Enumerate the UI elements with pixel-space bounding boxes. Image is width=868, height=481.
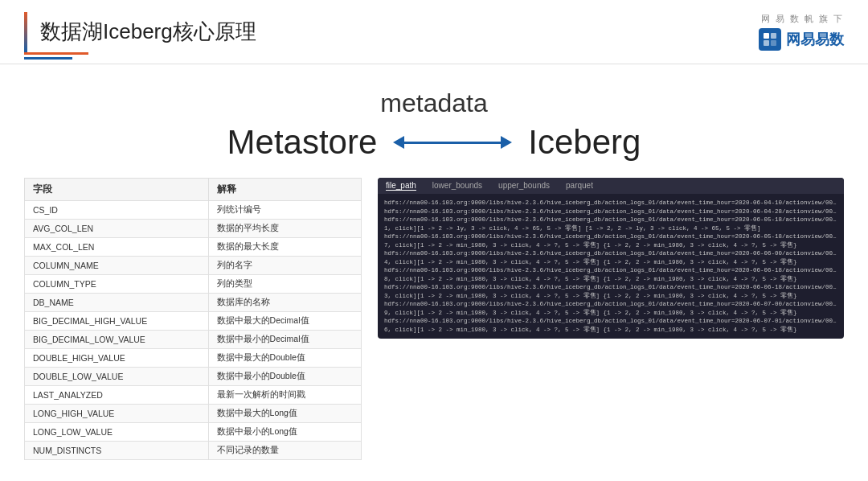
brand-text: 网 易 数 帆 旗 下 (761, 13, 844, 25)
svg-rect-1 (771, 33, 776, 39)
code-line: hdfs://nna00-16.103.org:9000/libs/hive-2… (384, 199, 837, 208)
orange-line (24, 52, 88, 55)
metadata-label: metadata (380, 88, 487, 118)
arrow-line (404, 142, 501, 144)
table-cell-desc: 最新一次解析的时间戳 (208, 386, 361, 405)
table-cell-desc: 数据中最小的Decimal值 (208, 331, 361, 349)
arrow-row: Metastore Iceberg (227, 123, 641, 162)
col-field-header: 字段 (25, 179, 209, 201)
header-decorative-lines (24, 52, 88, 60)
code-panel-header: file_path lower_bounds upper_bounds parq… (378, 178, 844, 194)
bottom-section: 字段 解释 CS_ID 列统计编号 AVG_COL_LEN 数据的平均长度 MA… (24, 178, 844, 460)
table-cell-field: LONG_LOW_VALUE (25, 423, 209, 442)
svg-rect-3 (771, 40, 776, 46)
table-cell-field: BIG_DECIMAL_LOW_VALUE (25, 331, 209, 349)
logo-text: 网易易数 (786, 30, 844, 49)
code-line: 7, click][1 -> 2 -> min_1980, 3 -> click… (384, 241, 837, 250)
table-cell-field: DOUBLE_HIGH_VALUE (25, 349, 209, 368)
code-line: 3, click][1 -> 2 -> min_1980, 3 -> click… (384, 292, 837, 301)
page-title: 数据湖Iceberg核心原理 (40, 18, 256, 46)
code-line: 8, click][1 -> 2 -> min_1980, 3 -> click… (384, 275, 837, 284)
header-accent-bar (24, 12, 27, 52)
metastore-label: Metastore (227, 123, 378, 162)
svg-rect-2 (764, 40, 769, 46)
table-row: BIG_DECIMAL_HIGH_VALUE 数据中最大的Decimal值 (25, 312, 362, 331)
table-row: COLUMN_TYPE 列的类型 (25, 275, 362, 294)
arrowhead-left-icon (393, 136, 404, 149)
table-cell-field: MAX_COL_LEN (25, 238, 209, 257)
code-line: hdfs://nna00-16.103.org:9000/libs/hive-2… (384, 266, 837, 275)
tab-upper-bounds[interactable]: upper_bounds (498, 181, 550, 191)
table-cell-desc: 列的类型 (208, 275, 361, 294)
table-cell-field: NUM_DISTINCTS (25, 442, 209, 460)
tab-lower-bounds[interactable]: lower_bounds (432, 181, 482, 191)
code-line: hdfs://nna00-16.103.org:9000/libs/hive-2… (384, 208, 837, 216)
table-cell-desc: 列统计编号 (208, 201, 361, 220)
table-row: MAX_COL_LEN 数据的最大长度 (25, 238, 362, 257)
table-row: BIG_DECIMAL_LOW_VALUE 数据中最小的Decimal值 (25, 331, 362, 349)
table-cell-desc: 数据库的名称 (208, 294, 361, 312)
logo-icon (759, 28, 781, 51)
table-cell-field: LAST_ANALYZED (25, 386, 209, 405)
code-line: 4, click][1 -> 2 -> min_1980, 3 -> click… (384, 258, 837, 267)
code-panel: file_path lower_bounds upper_bounds parq… (378, 178, 844, 339)
table-row: DOUBLE_HIGH_VALUE 数据中最大的Double值 (25, 349, 362, 368)
table-row: AVG_COL_LEN 数据的平均长度 (25, 220, 362, 238)
code-line: hdfs://nna00-16.103.org:9000/libs/hive-2… (384, 300, 837, 309)
header-right: 网 易 数 帆 旗 下 网易易数 (759, 13, 844, 51)
logo-row: 网易易数 (759, 28, 844, 51)
code-line: 9, click][1 -> 2 -> min_1980, 3 -> click… (384, 309, 837, 318)
table-cell-desc: 数据的最大长度 (208, 238, 361, 257)
arrowhead-right-icon (501, 136, 512, 149)
table-row: LONG_HIGH_VALUE 数据中最大的Long值 (25, 405, 362, 423)
table-row: DB_NAME 数据库的名称 (25, 294, 362, 312)
table-cell-desc: 数据中最大的Decimal值 (208, 312, 361, 331)
table-container: 字段 解释 CS_ID 列统计编号 AVG_COL_LEN 数据的平均长度 MA… (24, 178, 362, 460)
code-body: hdfs://nna00-16.103.org:9000/libs/hive-2… (378, 194, 844, 339)
table-cell-field: LONG_HIGH_VALUE (25, 405, 209, 423)
table-cell-field: CS_ID (25, 201, 209, 220)
table-cell-desc: 数据中最大的Long值 (208, 405, 361, 423)
blue-line (24, 57, 72, 60)
table-body: CS_ID 列统计编号 AVG_COL_LEN 数据的平均长度 MAX_COL_… (25, 201, 362, 460)
table-cell-desc: 列的名字 (208, 257, 361, 275)
logo-svg (762, 31, 778, 47)
table-cell-field: AVG_COL_LEN (25, 220, 209, 238)
header: 数据湖Iceberg核心原理 网 易 数 帆 旗 下 网易易数 (0, 0, 868, 64)
table-cell-field: DB_NAME (25, 294, 209, 312)
table-cell-desc: 不同记录的数量 (208, 442, 361, 460)
table-header-row: 字段 解释 (25, 179, 362, 201)
table-cell-field: DOUBLE_LOW_VALUE (25, 368, 209, 386)
code-line: hdfs://nna00-16.103.org:9000/libs/hive-2… (384, 216, 837, 224)
code-line: hdfs://nna00-16.103.org:9000/libs/hive-2… (384, 283, 837, 292)
header-left: 数据湖Iceberg核心原理 (24, 12, 256, 52)
metadata-section: metadata Metastore Iceberg (24, 88, 844, 162)
table-cell-field: BIG_DECIMAL_HIGH_VALUE (25, 312, 209, 331)
table-cell-desc: 数据中最小的Long值 (208, 423, 361, 442)
tab-parquet[interactable]: parquet (566, 181, 593, 191)
table-row: LAST_ANALYZED 最新一次解析的时间戳 (25, 386, 362, 405)
table-row: NUM_DISTINCTS 不同记录的数量 (25, 442, 362, 460)
tab-file-path[interactable]: file_path (386, 181, 416, 191)
table-cell-field: COLUMN_TYPE (25, 275, 209, 294)
iceberg-label: Iceberg (528, 123, 641, 162)
table-cell-desc: 数据中最小的Double值 (208, 368, 361, 386)
code-line: 1, click][1 -> 2 -> ly, 3 -> click, 4 ->… (384, 224, 837, 233)
table-cell-desc: 数据的平均长度 (208, 220, 361, 238)
table-row: LONG_LOW_VALUE 数据中最小的Long值 (25, 423, 362, 442)
code-line: hdfs://nna00-16.103.org:9000/libs/hive-2… (384, 232, 837, 241)
code-line: hdfs://nna00-16.103.org:9000/libs/hive-2… (384, 317, 837, 326)
fields-table: 字段 解释 CS_ID 列统计编号 AVG_COL_LEN 数据的平均长度 MA… (24, 178, 362, 460)
svg-rect-0 (764, 33, 769, 39)
table-cell-field: COLUMN_NAME (25, 257, 209, 275)
col-desc-header: 解释 (208, 179, 361, 201)
table-row: COLUMN_NAME 列的名字 (25, 257, 362, 275)
code-line: 6, click][1 -> 2 -> min_1980, 3 -> click… (384, 326, 837, 335)
table-cell-desc: 数据中最大的Double值 (208, 349, 361, 368)
table-row: DOUBLE_LOW_VALUE 数据中最小的Double值 (25, 368, 362, 386)
table-row: CS_ID 列统计编号 (25, 201, 362, 220)
main-content: metadata Metastore Iceberg 字段 解释 (0, 64, 868, 481)
double-arrow (393, 136, 512, 149)
code-line: hdfs://nna00-16.103.org:9000/libs/hive-2… (384, 249, 837, 258)
